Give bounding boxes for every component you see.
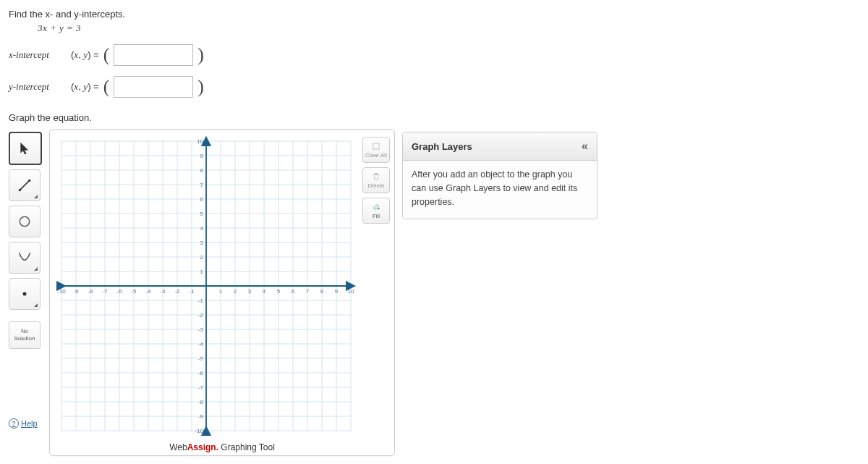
trash-icon xyxy=(371,172,381,182)
delete-button[interactable]: Delete xyxy=(362,167,390,193)
svg-rect-89 xyxy=(373,143,379,149)
clear-all-button[interactable]: Clear All xyxy=(362,137,390,163)
svg-text:-8: -8 xyxy=(88,288,93,295)
svg-text:1: 1 xyxy=(219,288,223,295)
question-prompt: Find the x- and y-intercepts. xyxy=(9,9,125,20)
point-tool[interactable] xyxy=(9,278,41,310)
no-solution-button[interactable]: No Solution xyxy=(9,321,41,349)
help-link[interactable]: ? Help xyxy=(9,418,42,429)
layers-body: After you add an object to the graph you… xyxy=(402,161,597,219)
svg-text:3: 3 xyxy=(248,288,252,295)
svg-text:8: 8 xyxy=(200,167,204,174)
svg-point-4 xyxy=(23,292,27,296)
svg-text:7: 7 xyxy=(306,288,310,295)
y-intercept-label: y-intercept xyxy=(9,81,67,93)
svg-text:-5: -5 xyxy=(198,355,204,362)
svg-text:-10: -10 xyxy=(195,428,203,434)
collapse-button[interactable]: « xyxy=(582,140,588,153)
right-paren-icon: ) xyxy=(197,76,204,98)
point-icon xyxy=(17,287,32,301)
fill-label: Fill xyxy=(373,213,380,219)
svg-text:-3: -3 xyxy=(198,326,204,333)
fill-icon xyxy=(371,202,381,212)
svg-text:-4: -4 xyxy=(198,341,204,347)
parabola-tool[interactable] xyxy=(9,242,41,274)
svg-text:-3: -3 xyxy=(160,288,166,295)
circle-icon xyxy=(17,214,32,229)
y-intercept-input[interactable] xyxy=(114,76,193,98)
svg-text:-5: -5 xyxy=(131,288,137,295)
brand-label: WebAssign. Graphing Tool xyxy=(169,438,275,454)
svg-text:7: 7 xyxy=(200,182,204,188)
equation: 3x + y = 3 xyxy=(38,22,81,33)
svg-text:-7: -7 xyxy=(198,384,204,391)
svg-text:-9: -9 xyxy=(198,413,204,420)
fill-button[interactable]: Fill xyxy=(362,198,390,224)
svg-text:6: 6 xyxy=(200,196,204,203)
left-paren-icon: ( xyxy=(103,44,110,66)
svg-text:9: 9 xyxy=(335,288,339,295)
xy-equals: (x, y) = xyxy=(71,49,99,61)
graph-layers-panel: Graph Layers « After you add an object t… xyxy=(402,132,597,219)
line-icon xyxy=(17,178,32,193)
graph-heading: Graph the equation. xyxy=(9,112,868,123)
svg-text:-6: -6 xyxy=(116,288,122,295)
svg-text:-8: -8 xyxy=(198,399,204,405)
svg-point-90 xyxy=(378,208,379,209)
svg-text:8: 8 xyxy=(320,288,324,295)
svg-text:10: 10 xyxy=(197,138,203,145)
x-intercept-label: x-intercept xyxy=(9,49,67,61)
svg-text:2: 2 xyxy=(234,288,237,295)
svg-point-1 xyxy=(19,189,21,191)
svg-text:-2: -2 xyxy=(198,312,204,319)
circle-tool[interactable] xyxy=(9,206,41,237)
svg-text:-7: -7 xyxy=(102,288,108,295)
layers-title: Graph Layers xyxy=(412,141,472,152)
svg-text:4: 4 xyxy=(200,225,204,232)
right-paren-icon: ) xyxy=(197,44,204,66)
help-label: Help xyxy=(21,419,38,428)
clear-icon xyxy=(371,141,381,151)
svg-line-0 xyxy=(20,180,29,190)
svg-text:-6: -6 xyxy=(198,370,204,376)
help-icon: ? xyxy=(9,418,19,429)
left-paren-icon: ( xyxy=(103,76,110,98)
pointer-icon xyxy=(18,141,33,156)
coordinate-grid[interactable]: -10-9-8-7-6-5-4-3-2-112345678910-10-9-8-… xyxy=(54,134,358,438)
line-tool[interactable] xyxy=(9,169,41,201)
svg-point-3 xyxy=(20,216,29,226)
svg-text:-10: -10 xyxy=(57,288,66,295)
tool-column: No Solution ? Help xyxy=(9,129,42,429)
svg-text:6: 6 xyxy=(292,288,295,295)
x-intercept-input[interactable] xyxy=(114,44,193,66)
pointer-tool[interactable] xyxy=(9,132,42,165)
xy-equals: (x, y) = xyxy=(71,81,99,93)
svg-text:2: 2 xyxy=(200,254,204,261)
svg-text:-2: -2 xyxy=(174,288,180,295)
svg-text:5: 5 xyxy=(200,211,204,217)
svg-text:-1: -1 xyxy=(189,288,195,295)
svg-text:-1: -1 xyxy=(198,298,204,304)
parabola-icon xyxy=(17,250,32,265)
svg-point-2 xyxy=(28,180,30,182)
svg-text:3: 3 xyxy=(200,240,204,246)
svg-text:4: 4 xyxy=(263,288,266,295)
svg-text:5: 5 xyxy=(277,288,281,295)
svg-text:-4: -4 xyxy=(145,288,151,295)
clear-label: Clear All xyxy=(365,152,387,159)
svg-text:9: 9 xyxy=(200,153,204,159)
svg-text:10: 10 xyxy=(348,288,354,295)
delete-label: Delete xyxy=(367,182,384,189)
svg-text:-9: -9 xyxy=(73,288,79,295)
svg-text:1: 1 xyxy=(200,269,204,275)
